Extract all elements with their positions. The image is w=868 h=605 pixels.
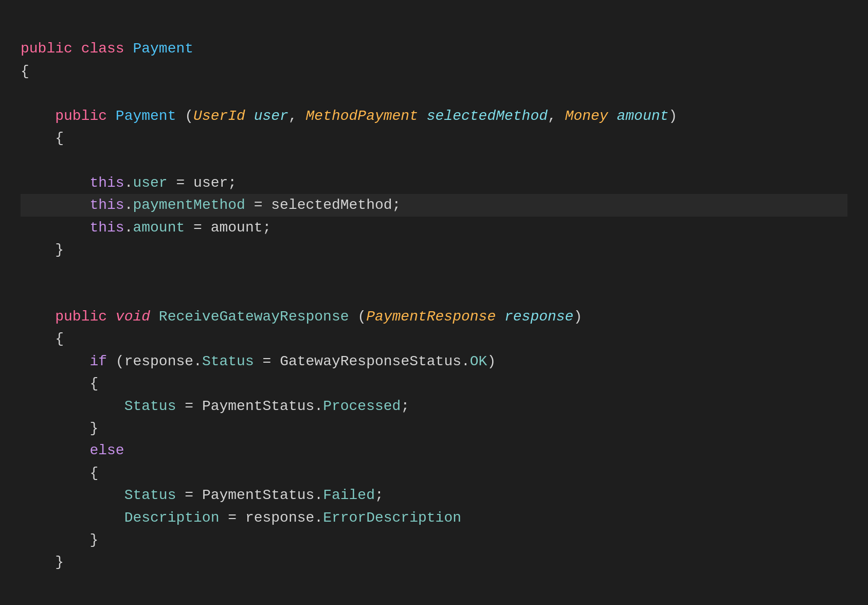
code-token: Money (565, 108, 617, 124)
code-token (21, 487, 124, 503)
code-token: Failed (323, 487, 375, 503)
code-token: ( (116, 353, 124, 369)
code-token: Status (124, 398, 176, 414)
code-token (21, 420, 89, 436)
code-token: user (193, 175, 228, 191)
code-line: Description = response.ErrorDescription (21, 507, 847, 529)
code-token: } (55, 242, 64, 258)
code-token: Description (124, 510, 220, 526)
code-token: class (81, 41, 133, 57)
code-line: { (21, 60, 847, 82)
code-token: { (55, 331, 64, 347)
code-token: OK (470, 353, 487, 369)
code-token: Processed (323, 398, 401, 414)
code-token: . (461, 353, 470, 369)
code-token: PaymentStatus (202, 398, 314, 414)
code-token: response (124, 353, 193, 369)
code-line: Status = PaymentStatus.Failed; (21, 484, 847, 506)
code-token: GatewayResponseStatus (280, 353, 461, 369)
code-line: else (21, 439, 847, 461)
code-token: void (116, 309, 159, 325)
code-token: selectedMethod (427, 108, 548, 124)
code-token: public (55, 309, 116, 325)
code-line: } (21, 239, 847, 261)
code-token: { (89, 465, 98, 481)
code-token: . (314, 487, 323, 503)
code-token: = (185, 220, 210, 236)
code-line: this.user = user; (21, 172, 847, 194)
code-token: } (55, 554, 64, 570)
code-line: Status = PaymentStatus.Processed; (21, 395, 847, 417)
code-line: if (response.Status = GatewayResponseSta… (21, 350, 847, 372)
code-token (21, 442, 89, 458)
code-token: if (89, 353, 115, 369)
code-line: } (21, 529, 847, 551)
code-editor: public class Payment{ public Payment (Us… (21, 15, 847, 605)
code-token: = (245, 197, 271, 213)
code-token: Payment (116, 108, 185, 124)
code-token: } (89, 420, 98, 436)
code-line: public Payment (UserId user, MethodPayme… (21, 105, 847, 127)
code-line: { (21, 127, 847, 149)
code-line (21, 261, 847, 283)
code-token: amount (211, 220, 263, 236)
code-token: PaymentStatus (202, 487, 314, 503)
code-line (21, 149, 847, 171)
code-token (21, 353, 89, 369)
code-token: . (314, 510, 323, 526)
code-token: user (254, 108, 288, 124)
code-token: ; (375, 487, 384, 503)
code-line (21, 574, 847, 596)
code-token: = (168, 175, 193, 191)
code-token: . (314, 398, 323, 414)
code-token: public (55, 108, 116, 124)
code-token: this (89, 220, 124, 236)
code-token: PaymentResponse (366, 309, 504, 325)
code-token (21, 242, 55, 258)
code-token: paymentMethod (133, 197, 245, 213)
code-token (21, 376, 89, 392)
code-token: ReceiveGatewayResponse (159, 309, 357, 325)
code-line: { (21, 328, 847, 350)
code-token: amount (617, 108, 668, 124)
code-token (21, 331, 55, 347)
code-token: amount (133, 220, 185, 236)
code-token: ) (668, 108, 677, 124)
code-token: ( (185, 108, 193, 124)
code-token (21, 197, 89, 213)
code-token: this (89, 175, 124, 191)
code-token: ; (263, 220, 272, 236)
code-line (21, 283, 847, 306)
code-token: Status (202, 353, 254, 369)
code-token: { (55, 130, 64, 146)
code-token: , (288, 108, 306, 124)
code-token (21, 108, 55, 124)
code-line: public class Payment (21, 38, 847, 60)
code-token: { (89, 376, 98, 392)
code-line: this.amount = amount; (21, 217, 847, 239)
code-token: selectedMethod (271, 197, 392, 213)
code-token: { (21, 63, 29, 79)
code-token: MethodPayment (306, 108, 427, 124)
code-token: Status (124, 487, 176, 503)
code-line: { (21, 372, 847, 395)
code-token (21, 220, 89, 236)
code-token (21, 309, 55, 325)
code-token: } (89, 532, 98, 548)
code-token: public (21, 41, 81, 57)
code-token: this (89, 197, 124, 213)
code-token (21, 510, 124, 526)
code-line (21, 596, 847, 605)
code-token: . (124, 197, 133, 213)
code-token: response (504, 309, 573, 325)
code-line: public void ReceiveGatewayResponse (Paym… (21, 306, 847, 328)
code-token (21, 130, 55, 146)
code-token: ( (357, 309, 366, 325)
code-token: = (254, 353, 280, 369)
code-token: ) (573, 309, 582, 325)
code-token: response (245, 510, 314, 526)
code-token: ; (228, 175, 237, 191)
code-token (21, 465, 89, 481)
code-token (21, 532, 89, 548)
code-token: = (176, 487, 202, 503)
